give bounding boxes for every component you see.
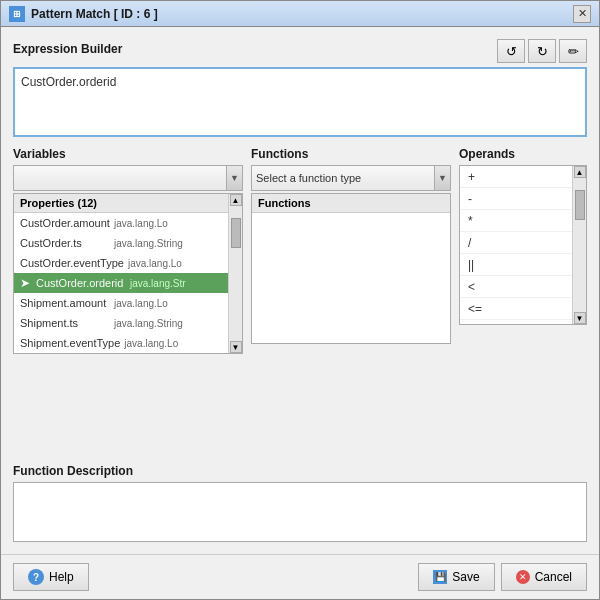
function-description-section: Function Description [13,464,587,542]
title-bar: ⊞ Pattern Match [ ID : 6 ] ✕ [1,1,599,27]
operands-label: Operands [459,147,587,161]
operand-item[interactable]: - [460,188,586,210]
expression-header: Expression Builder ↺ ↻ ✏ [13,39,587,63]
title-bar-left: ⊞ Pattern Match [ ID : 6 ] [9,6,158,22]
function-description-box [13,482,587,542]
operands-list: + - * / || < <= > ▲ ▼ [459,165,587,325]
list-item[interactable] [252,313,450,333]
functions-dropdown-text: Select a function type [256,172,446,184]
list-item[interactable] [252,233,450,253]
operand-item[interactable]: > [460,320,586,325]
edit-button[interactable]: ✏ [559,39,587,63]
functions-list: Functions [251,193,451,344]
functions-list-header: Functions [252,194,450,213]
cancel-label: Cancel [535,570,572,584]
operand-item[interactable]: / [460,232,586,254]
expression-builder-label: Expression Builder [13,42,122,56]
dialog-content: Expression Builder ↺ ↻ ✏ CustOrder.order… [1,27,599,554]
expression-section: Expression Builder ↺ ↻ ✏ CustOrder.order… [13,39,587,137]
dialog-title: Pattern Match [ ID : 6 ] [31,7,158,21]
variables-dropdown[interactable]: ▼ [13,165,243,191]
scroll-up-arrow[interactable]: ▲ [230,194,242,206]
cancel-icon: ✕ [516,570,530,584]
list-item[interactable]: Shipment.eventType java.lang.Lo [14,333,242,353]
active-indicator: ➤ [20,276,30,290]
list-item[interactable] [252,253,450,273]
scroll-thumb[interactable] [575,190,585,220]
variables-list-body: CustOrder.amount java.lang.Lo CustOrder.… [14,213,242,353]
variables-column: Variables ▼ Properties (12) CustOrder.am… [13,147,243,454]
expression-input[interactable]: CustOrder.orderid [13,67,587,137]
dialog: ⊞ Pattern Match [ ID : 6 ] ✕ Expression … [0,0,600,600]
list-item[interactable]: Shipment.ts java.lang.String [14,313,242,333]
variables-scrollbar[interactable]: ▲ ▼ [228,194,242,353]
dialog-icon: ⊞ [9,6,25,22]
redo-button[interactable]: ↻ [528,39,556,63]
list-item[interactable] [252,213,450,233]
operands-column: Operands + - * / || < <= > ▲ ▼ [459,147,587,454]
functions-dropdown[interactable]: Select a function type ▼ [251,165,451,191]
operand-item[interactable]: || [460,254,586,276]
variables-list-header: Properties (12) [14,194,242,213]
close-button[interactable]: ✕ [573,5,591,23]
expression-value: CustOrder.orderid [21,75,116,89]
undo-button[interactable]: ↺ [497,39,525,63]
three-columns: Variables ▼ Properties (12) CustOrder.am… [13,147,587,454]
footer: ? Help 💾 Save ✕ Cancel [1,554,599,599]
variables-label: Variables [13,147,243,161]
scroll-down-arrow[interactable]: ▼ [230,341,242,353]
variables-list: Properties (12) CustOrder.amount java.la… [13,193,243,354]
operand-item[interactable]: < [460,276,586,298]
save-icon: 💾 [433,570,447,584]
list-item[interactable]: CustOrder.eventType java.lang.Lo [14,253,242,273]
footer-right-buttons: 💾 Save ✕ Cancel [418,563,587,591]
function-description-label: Function Description [13,464,587,478]
operands-scrollbar[interactable]: ▲ ▼ [572,166,586,324]
list-item-active[interactable]: ➤ CustOrder.orderid java.lang.Str [14,273,242,293]
list-item[interactable]: CustOrder.ts java.lang.String [14,233,242,253]
scroll-down-arrow[interactable]: ▼ [574,312,586,324]
list-item[interactable]: CustOrder.amount java.lang.Lo [14,213,242,233]
list-item[interactable] [252,273,450,293]
list-item[interactable] [252,293,450,313]
variables-dropdown-arrow: ▼ [226,166,242,190]
help-label: Help [49,570,74,584]
scroll-up-arrow[interactable]: ▲ [574,166,586,178]
scroll-thumb[interactable] [231,218,241,248]
functions-label: Functions [251,147,451,161]
save-label: Save [452,570,479,584]
help-button[interactable]: ? Help [13,563,89,591]
toolbar-buttons: ↺ ↻ ✏ [497,39,587,63]
functions-column: Functions Select a function type ▼ Funct… [251,147,451,454]
operand-item[interactable]: * [460,210,586,232]
help-icon: ? [28,569,44,585]
save-button[interactable]: 💾 Save [418,563,494,591]
functions-dropdown-arrow: ▼ [434,166,450,190]
cancel-button[interactable]: ✕ Cancel [501,563,587,591]
functions-list-body [252,213,450,343]
operand-item[interactable]: <= [460,298,586,320]
operand-item[interactable]: + [460,166,586,188]
list-item[interactable]: Shipment.amount java.lang.Lo [14,293,242,313]
